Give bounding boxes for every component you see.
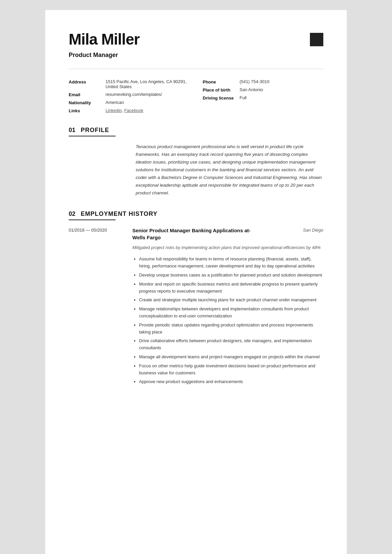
profile-section: 01 PROFILE Tenacious product management … <box>69 127 323 197</box>
employment-content: Senior Product Manager Banking Applicati… <box>132 227 323 388</box>
contact-left: Address 1515 Pacific Ave, Los Angeles, C… <box>69 79 189 113</box>
employment-job-title: Senior Product Manager Banking Applicati… <box>132 227 296 241</box>
contact-row-phone: Phone (541) 754-3010 <box>203 79 323 84</box>
facebook-link[interactable]: Facebook <box>124 108 143 113</box>
bullet-item: Assume full responsibility for teams in … <box>139 256 323 270</box>
candidate-name: Mila Miller <box>69 30 139 48</box>
resume-page: Mila Miller Product Manager Address 1515… <box>45 10 347 554</box>
bullet-item: Develop unique business cases as a justi… <box>139 272 323 279</box>
bullet-item: Focus on other metrics help guide invest… <box>139 363 323 377</box>
birthplace-value: San Antonio <box>240 87 263 92</box>
bullet-item: Drive collaborative efforts between prod… <box>139 337 323 352</box>
profile-section-header: 01 PROFILE <box>69 127 323 134</box>
employment-location: San Diego <box>303 227 323 233</box>
employment-title-row: Senior Product Manager Banking Applicati… <box>132 227 323 241</box>
contact-grid: Address 1515 Pacific Ave, Los Angeles, C… <box>69 79 323 113</box>
email-value: resumeviking.com/templates/ <box>106 92 162 97</box>
profile-text: Tenacious product management professiona… <box>136 143 323 197</box>
employment-dates: 01/2018 — 05/2020 <box>69 227 129 388</box>
profile-title: PROFILE <box>81 127 109 134</box>
license-label: Driving license <box>203 95 240 101</box>
nationality-label: Nationality <box>69 100 106 105</box>
employment-underline <box>69 220 116 220</box>
links-value: Linkedin, Facebook <box>106 108 143 113</box>
contact-row-nationality: Nationality American <box>69 100 189 105</box>
phone-value: (541) 754-3010 <box>240 79 269 84</box>
email-label: Email <box>69 92 106 97</box>
bullet-item: Monitor and report on specific business … <box>139 281 323 295</box>
profile-underline <box>69 136 116 136</box>
header-divider <box>69 69 323 69</box>
birthplace-label: Place of birth <box>203 87 240 93</box>
bullet-item: Manage relationships between developers … <box>139 306 323 320</box>
address-label: Address <box>69 79 106 84</box>
phone-label: Phone <box>203 79 240 84</box>
address-value: 1515 Pacific Ave, Los Angeles, CA 90291,… <box>106 79 187 89</box>
profile-number: 01 <box>69 127 75 134</box>
contact-row-links: Links Linkedin, Facebook <box>69 108 189 113</box>
bullet-item: Approve new product suggestions and enha… <box>139 378 323 385</box>
bullet-item: Provide periodic status updates regardin… <box>139 322 323 336</box>
employment-section-header: 02 EMPLOYMENT HISTORY <box>69 210 323 218</box>
employment-section: 02 EMPLOYMENT HISTORY 01/2018 — 05/2020 … <box>69 210 323 388</box>
contact-row-license: Driving license Full <box>203 95 323 101</box>
links-label: Links <box>69 108 106 113</box>
bullet-item: Create and strategize multiple launching… <box>139 297 323 304</box>
employment-number: 02 <box>69 210 75 218</box>
linkedin-link[interactable]: Linkedin <box>106 108 122 113</box>
license-value: Full <box>240 95 247 100</box>
employment-description: Mitigated project risks by implementing … <box>132 244 323 251</box>
contact-row-birthplace: Place of birth San Antonio <box>203 87 323 93</box>
employment-title-heading: EMPLOYMENT HISTORY <box>81 210 157 218</box>
contact-right: Phone (541) 754-3010 Place of birth San … <box>203 79 323 113</box>
contact-row-address: Address 1515 Pacific Ave, Los Angeles, C… <box>69 79 189 89</box>
job-title: Product Manager <box>69 52 323 59</box>
contact-row-email: Email resumeviking.com/templates/ <box>69 92 189 97</box>
bullet-item: Manage all development teams and project… <box>139 354 323 361</box>
employment-entry-1: 01/2018 — 05/2020 Senior Product Manager… <box>69 227 323 388</box>
nationality-value: American <box>106 100 124 105</box>
color-block <box>310 33 323 46</box>
employment-bullets: Assume full responsibility for teams in … <box>132 256 323 387</box>
header-section: Mila Miller <box>69 30 323 48</box>
